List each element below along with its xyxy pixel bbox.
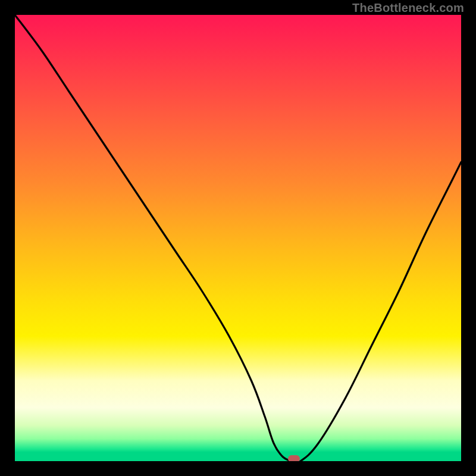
optimal-point-marker [288, 455, 300, 461]
bottleneck-curve [15, 15, 461, 461]
plot-area [15, 15, 461, 461]
chart-frame: TheBottleneck.com [0, 0, 476, 476]
watermark-text: TheBottleneck.com [352, 1, 464, 15]
